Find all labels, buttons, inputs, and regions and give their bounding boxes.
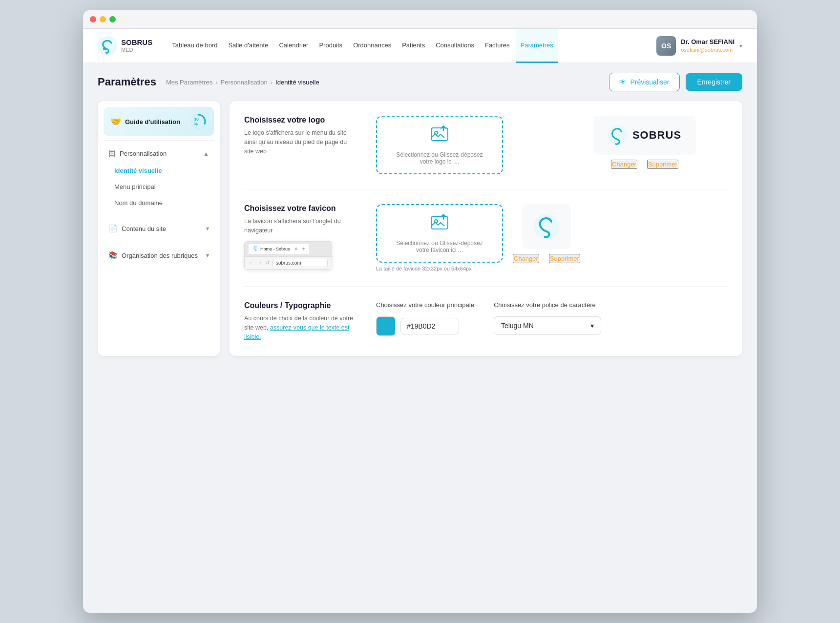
- logo-dropzone[interactable]: Sélectionnez ou Glissez-déposez votre lo…: [376, 116, 503, 174]
- browser-tab-label: Home - Sobrus: [260, 247, 290, 251]
- breadcrumb-current: Identité visuelle: [275, 79, 319, 86]
- favicon-upload-col: Sélectionnez ou Glissez-déposez votre fa…: [376, 204, 503, 271]
- browser-forward: →: [257, 260, 262, 266]
- contenu-icon: 📄: [108, 224, 118, 233]
- favicon-section-inner: Choisissez votre favicon La favicon s'af…: [244, 204, 728, 271]
- browser-reload: ↺: [265, 260, 270, 266]
- avatar-image: OS: [656, 36, 676, 56]
- header-actions: 👁 Prévisualiser Enregistrer: [609, 73, 742, 91]
- guide-card-left: 🤝 Guide d'utilisation: [110, 116, 180, 127]
- app-window: SOBRUS MED Tableau de bord Salle d'atten…: [83, 10, 757, 613]
- logo-icon: [98, 36, 117, 56]
- nav-ordonnances[interactable]: Ordonnances: [348, 29, 396, 63]
- sidebar-section-personnalisation: 🖼 Personnalisation ▲ Identité visuelle M…: [104, 145, 214, 211]
- sidebar-section-header-contenu[interactable]: 📄 Contenu du site ▾: [104, 219, 214, 238]
- colors-section: Couleurs / Typographie Au cours de choix…: [244, 301, 728, 341]
- sidebar-section-header-personnalisation[interactable]: 🖼 Personnalisation ▲: [104, 145, 214, 163]
- upload-icon: [430, 125, 449, 147]
- sidebar-item-identite-visuelle[interactable]: Identité visuelle: [108, 163, 214, 179]
- user-email: osefiani@sobrus.com: [681, 46, 735, 53]
- favicon-dropzone[interactable]: Sélectionnez ou Glissez-déposez votre fa…: [376, 204, 503, 263]
- nav-calendrier[interactable]: Calendrier: [274, 29, 313, 63]
- favicon-logo-preview: [534, 214, 559, 239]
- personnalisation-sub-items: Identité visuelle Menu principal Nom du …: [104, 163, 214, 211]
- favicon-upload-row: Sélectionnez ou Glissez-déposez votre fa…: [376, 204, 580, 271]
- favicon-dropzone-label: Sélectionnez ou Glissez-déposez votre fa…: [396, 240, 483, 253]
- colors-section-inner: Couleurs / Typographie Au cours de choix…: [244, 301, 728, 341]
- page-content: Paramètres Mes Paramètres › Personnalisa…: [83, 63, 757, 613]
- favicon-preview-image: [522, 204, 571, 249]
- nav-items: Tableau de bord Salle d'attente Calendri…: [167, 29, 656, 63]
- logo-delete-button[interactable]: Supprimer: [647, 160, 678, 169]
- svg-point-1: [103, 47, 106, 50]
- save-button[interactable]: Enregistrer: [686, 73, 742, 91]
- image-upload-icon-svg: [430, 125, 449, 144]
- color-input[interactable]: [400, 318, 459, 334]
- tab-close-icon: ✕: [294, 247, 298, 251]
- sidebar-divider-2: [104, 215, 214, 215]
- maximize-button[interactable]: [109, 16, 116, 22]
- browser-url: sobrus.com: [273, 259, 328, 267]
- sidebar-section-header-organisation[interactable]: 📚 Organisation des rubriques ▾: [104, 246, 214, 265]
- main-layout: 🤝 Guide d'utilisation 30 %: [98, 101, 742, 356]
- user-dropdown-icon[interactable]: ▾: [739, 42, 742, 49]
- user-area[interactable]: OS Dr. Omar SEFIANI osefiani@sobrus.com …: [656, 36, 742, 56]
- navbar: SOBRUS MED Tableau de bord Salle d'atten…: [83, 29, 757, 63]
- nav-tableau-de-bord[interactable]: Tableau de bord: [167, 29, 222, 63]
- sidebar-item-menu-principal[interactable]: Menu principal: [108, 179, 214, 195]
- user-name: Dr. Omar SEFIANI: [681, 38, 735, 46]
- logo[interactable]: SOBRUS MED: [98, 36, 152, 56]
- favicon-description: Choisissez votre favicon La favicon s'af…: [244, 204, 357, 270]
- breadcrumb-item-1[interactable]: Mes Paramètres: [166, 79, 212, 86]
- colors-section-title: Couleurs / Typographie: [244, 301, 357, 310]
- color-picker-row: [376, 316, 474, 336]
- nav-factures[interactable]: Factures: [480, 29, 515, 63]
- minimize-button[interactable]: [100, 16, 106, 22]
- nav-parametres[interactable]: Paramètres: [516, 29, 558, 63]
- favicon-size-note: La taille de favicon 32x32px ou 64x64px: [376, 266, 503, 271]
- nav-patients[interactable]: Patients: [397, 29, 430, 63]
- logo-section-inner: Choisissez votre logo Le logo s'afficher…: [244, 116, 728, 174]
- favicon-browser-mock: Home - Sobrus ✕ + ← → ↺ sobrus.com: [244, 241, 332, 270]
- logo-change-button[interactable]: Changer: [611, 160, 637, 169]
- personnalisation-icon: 🖼: [108, 149, 116, 158]
- contenu-chevron: ▾: [206, 225, 209, 232]
- favicon-delete-button[interactable]: Supprimer: [549, 254, 580, 263]
- user-info: Dr. Omar SEFIANI osefiani@sobrus.com: [681, 38, 735, 53]
- favicon-upload-icon-svg: [430, 213, 449, 232]
- nav-consultations[interactable]: Consultations: [431, 29, 479, 63]
- sidebar-section-organisation: 📚 Organisation des rubriques ▾: [104, 246, 214, 265]
- logo-section: Choisissez votre logo Le logo s'afficher…: [244, 116, 728, 189]
- font-select-group: Choisissez votre police de caractère Tel…: [494, 301, 601, 335]
- guide-card[interactable]: 🤝 Guide d'utilisation 30 %: [104, 107, 214, 136]
- logo-section-title: Choisissez votre logo: [244, 116, 357, 125]
- progress-text: 30 %: [194, 117, 203, 126]
- favicon-section: Choisissez votre favicon La favicon s'af…: [244, 204, 728, 287]
- font-select[interactable]: Telugu MN ▾: [494, 316, 601, 335]
- logo-dropzone-label: Sélectionnez ou Glissez-déposez votre lo…: [396, 151, 483, 165]
- contenu-label: Contenu du site: [122, 225, 166, 232]
- nav-produits[interactable]: Produits: [314, 29, 347, 63]
- logo-description: Choisissez votre logo Le logo s'afficher…: [244, 116, 357, 156]
- close-button[interactable]: [90, 16, 96, 22]
- breadcrumb-item-2[interactable]: Personnalisation: [221, 79, 268, 86]
- sidebar-section-contenu: 📄 Contenu du site ▾: [104, 219, 214, 238]
- colors-description: Couleurs / Typographie Au cours de choix…: [244, 301, 357, 341]
- personnalisation-label: Personnalisation: [120, 150, 167, 157]
- sidebar: 🤝 Guide d'utilisation 30 %: [98, 101, 220, 356]
- avatar: OS: [656, 36, 676, 56]
- svg-rect-8: [431, 216, 448, 229]
- colors-controls: Choisissez votre couleur principale Choi…: [376, 301, 728, 336]
- sidebar-divider: [104, 140, 214, 141]
- nav-salle-attente[interactable]: Salle d'attente: [223, 29, 273, 63]
- sidebar-item-nom-domaine[interactable]: Nom du domaine: [108, 195, 214, 211]
- browser-tab: Home - Sobrus ✕ +: [249, 244, 309, 254]
- color-swatch[interactable]: [376, 316, 396, 336]
- tab-plus-icon: +: [302, 246, 305, 252]
- content-area: Choisissez votre logo Le logo s'afficher…: [230, 101, 742, 356]
- svg-rect-4: [431, 128, 448, 141]
- preview-button[interactable]: 👁 Prévisualiser: [609, 73, 679, 91]
- favicon-change-button[interactable]: Changer: [513, 254, 539, 263]
- section-title-row: 🖼 Personnalisation: [108, 149, 167, 158]
- colors-section-desc: Au cours de choix de la couleur de votre…: [244, 314, 357, 341]
